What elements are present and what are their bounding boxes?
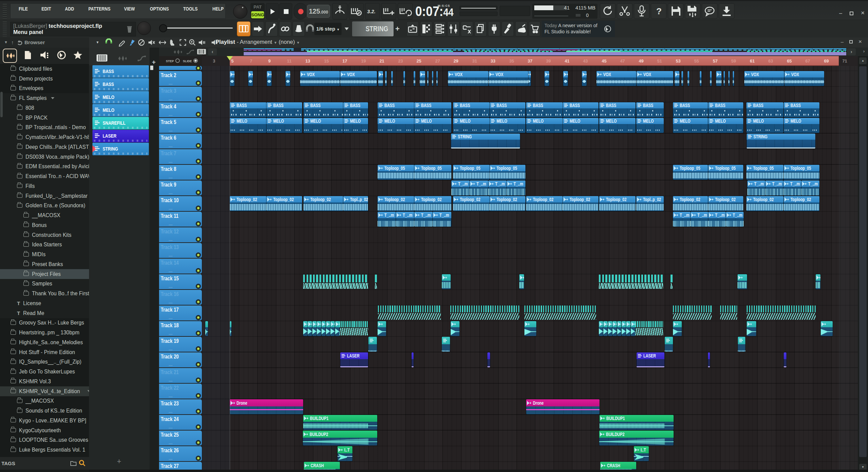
svg-text:?: ?	[656, 6, 662, 16]
svg-text:3.2.: 3.2.	[367, 8, 376, 14]
